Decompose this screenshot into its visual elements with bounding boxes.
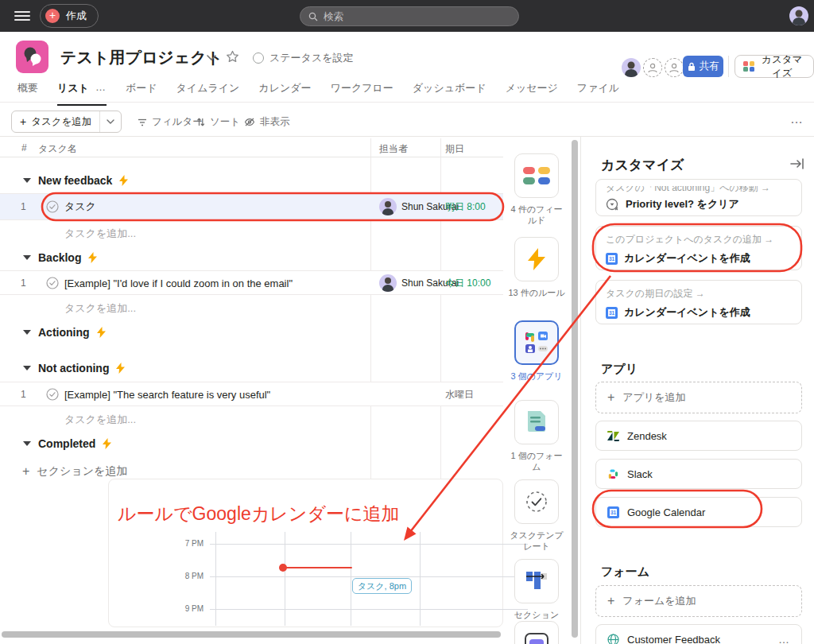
row-number: 1 [21, 201, 26, 212]
complete-check-icon[interactable] [46, 388, 59, 401]
share-label: 共有 [700, 60, 719, 73]
column-header-name[interactable]: タスク名 [38, 142, 77, 156]
forms-button[interactable] [514, 400, 559, 444]
sort-button[interactable]: ソート [196, 115, 240, 129]
search-input[interactable] [324, 11, 498, 22]
app-card-google-calendar[interactable]: 31 Google Calendar [595, 497, 802, 527]
filter-label: フィルター [152, 115, 203, 129]
search-icon [308, 12, 318, 21]
calendar-event-chip[interactable]: タスク, 8pm [352, 578, 412, 594]
apps-button[interactable] [514, 320, 559, 365]
calendar-gridline [420, 532, 421, 626]
rule-bolt-icon [97, 327, 106, 338]
share-button[interactable]: 共有 [683, 56, 723, 77]
due-date: 水曜日 [445, 387, 474, 401]
section-backlog[interactable]: Backlog [0, 250, 97, 266]
tab-list-more-icon[interactable]: … [95, 81, 107, 95]
vertical-scrollbar[interactable] [572, 140, 578, 638]
horizontal-scrollbar[interactable] [2, 631, 501, 638]
star-icon[interactable] [226, 50, 239, 64]
tab-list[interactable]: リスト [57, 81, 89, 95]
create-button[interactable]: + 作成 [40, 4, 99, 28]
calendar-gridline [351, 532, 351, 626]
task-row[interactable]: 1 [Example] "I'd love if I could zoom in… [0, 270, 503, 295]
section-actioning[interactable]: Actioning [0, 324, 106, 340]
calendar-gridline [210, 544, 528, 545]
caret-down-icon[interactable] [23, 330, 31, 335]
collapse-panel-icon[interactable] [790, 157, 804, 170]
app-card-slack[interactable]: Slack [595, 459, 802, 489]
form-more-options[interactable]: … [778, 633, 790, 644]
sort-icon [196, 118, 205, 126]
plus-icon: + [22, 464, 29, 479]
rule-card-due-date-gcal[interactable]: タスクの期日の設定 → 31 カレンダーイベントを作成 [595, 280, 802, 324]
assignee-avatar [379, 274, 397, 292]
time-label: 7 PM [169, 539, 204, 548]
task-template-icon [525, 490, 548, 514]
create-button-label: 作成 [66, 9, 87, 23]
add-app-button[interactable]: + アプリを追加 [595, 382, 802, 413]
rule-bolt-icon [119, 175, 128, 186]
complete-check-icon[interactable] [46, 277, 59, 289]
invite-member-button[interactable] [643, 58, 662, 77]
hide-button[interactable]: 非表示 [244, 115, 290, 129]
caret-down-icon[interactable] [23, 255, 31, 260]
app-card-zendesk[interactable]: Zendesk [595, 421, 802, 451]
member-avatar[interactable] [622, 58, 641, 77]
section-new-feedback[interactable]: New feedback [0, 173, 128, 188]
column-header-due[interactable]: 期日 [445, 142, 464, 156]
add-task-inline[interactable]: タスクを追加... [64, 301, 136, 316]
form-icon [526, 411, 547, 433]
complete-check-icon[interactable] [46, 200, 59, 213]
task-row[interactable]: 1 [Example] "The search feature is very … [0, 382, 503, 406]
task-templates-button[interactable] [514, 479, 559, 524]
caret-down-icon[interactable] [23, 441, 31, 446]
column-header-assignee[interactable]: 担当者 [379, 142, 408, 156]
priority-clear-icon [606, 198, 619, 211]
sections-button[interactable] [514, 559, 559, 603]
strip-item-apps: 3 個のアプリ [506, 320, 568, 382]
more-options-button[interactable]: … [790, 112, 804, 126]
set-status-button[interactable]: ステータスを設定 [253, 51, 354, 65]
fields-button[interactable] [514, 153, 559, 198]
task-title[interactable]: タスク [64, 200, 96, 214]
plus-icon: + [20, 115, 26, 128]
user-avatar[interactable] [789, 6, 808, 25]
search-bar[interactable] [300, 6, 519, 26]
chevron-down-icon[interactable] [207, 55, 216, 61]
section-not-actioning[interactable]: Not actioning [0, 360, 125, 376]
add-task-dropdown[interactable] [99, 111, 121, 132]
customize-button[interactable]: カスタマイズ [735, 55, 814, 78]
widget-icon [525, 633, 548, 644]
hamburger-menu-icon[interactable] [14, 9, 30, 23]
add-task-button[interactable]: + タスクを追加 [11, 111, 122, 133]
add-task-inline[interactable]: タスクを追加... [64, 413, 136, 427]
rule-card-priority-clear[interactable]: タスクの「Not actioning」への移動 → Priority level… [595, 179, 802, 216]
filter-button[interactable]: フィルター [138, 115, 203, 129]
bundle-button[interactable] [514, 621, 559, 644]
add-section-button[interactable]: + セクションを追加 [22, 464, 127, 479]
form-card-customer-feedback[interactable]: Customer Feedback … [595, 624, 802, 644]
caret-down-icon[interactable] [23, 366, 31, 370]
svg-text:31: 31 [610, 510, 617, 515]
task-title[interactable]: [Example] "The search feature is very us… [64, 388, 270, 400]
rule-card-add-task-gcal[interactable]: このプロジェクトへのタスクの追加 → 31 カレンダーイベントを作成 [595, 226, 802, 270]
strip-item-sections: セクション [506, 559, 568, 620]
task-title[interactable]: [Example] "I'd love if I could zoom in o… [64, 277, 293, 289]
strip-item-partial [506, 621, 568, 644]
add-task-label: タスクを追加 [31, 115, 91, 129]
add-form-button[interactable]: + フォームを追加 [595, 585, 802, 617]
rules-button[interactable] [514, 237, 559, 281]
section-icon [525, 570, 548, 592]
project-icon[interactable] [16, 41, 48, 73]
task-row[interactable]: 1 タスク Shun Sakurai 明日 8:00 [0, 193, 503, 220]
plus-icon: + [607, 390, 614, 405]
section-completed[interactable]: Completed [0, 436, 111, 452]
caret-down-icon[interactable] [23, 178, 31, 183]
svg-text:31: 31 [609, 256, 615, 262]
rule-bolt-icon [103, 438, 111, 449]
add-task-inline[interactable]: タスクを追加... [64, 227, 136, 241]
invite-member-button[interactable] [665, 58, 684, 77]
column-header-num[interactable]: # [21, 142, 27, 153]
strip-item-rules: 13 件のルール [506, 237, 568, 298]
